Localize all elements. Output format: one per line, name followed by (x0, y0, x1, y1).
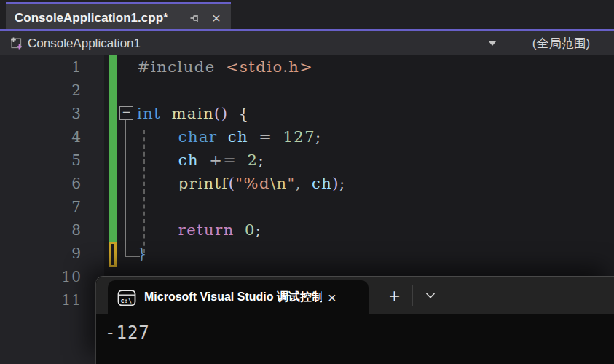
line-number[interactable]: 6 (0, 175, 82, 192)
code-line-row[interactable]: 1#include <stdio.h> (0, 55, 614, 79)
chevron-down-icon[interactable] (489, 41, 496, 46)
terminal-output[interactable]: -127 (96, 314, 614, 343)
indent-guide-line (143, 130, 145, 253)
project-scope-dropdown[interactable]: ConsoleApplication1 (28, 36, 141, 51)
change-tracking-bar-green (109, 102, 117, 125)
debug-console-window[interactable]: c:\ Microsoft Visual Studio 调试控制台 × + -1… (95, 276, 614, 364)
code-line-row[interactable]: 2 (0, 79, 614, 102)
close-icon[interactable]: × (323, 290, 341, 306)
document-tab-bar: ConsoleApplication1.cpp* × (0, 0, 614, 31)
code-line-row[interactable]: 3int main() { (0, 102, 614, 125)
close-icon[interactable]: × (210, 12, 222, 24)
fold-extent-line (125, 120, 140, 257)
change-tracking-bar-green (109, 125, 117, 149)
change-tracking-bar-green (109, 218, 117, 242)
line-number[interactable]: 10 (0, 268, 82, 285)
document-tab-title: ConsoleApplication1.cpp* (15, 11, 180, 25)
code-line-row[interactable]: 7 (0, 195, 614, 218)
change-tracking-bar-green (109, 149, 117, 172)
scope-dropdown[interactable]: (全局范围) (508, 35, 614, 52)
line-number[interactable]: 9 (0, 245, 82, 262)
line-number[interactable]: 7 (0, 198, 82, 215)
editor-navigation-bar: ConsoleApplication1 (全局范围) (0, 31, 614, 55)
terminal-tab-title: Microsoft Visual Studio 调试控制台 (144, 290, 322, 305)
fold-collapse-icon[interactable]: − (119, 106, 133, 120)
code-line-row[interactable]: 5 ch += 2; (0, 149, 614, 172)
terminal-titlebar-divider (412, 285, 413, 306)
command-prompt-icon: c:\ (117, 288, 136, 307)
terminal-tab-active[interactable]: c:\ Microsoft Visual Studio 调试控制台 × (108, 280, 369, 314)
line-number[interactable]: 11 (0, 291, 82, 309)
terminal-titlebar[interactable]: c:\ Microsoft Visual Studio 调试控制台 × + (96, 277, 614, 314)
change-tracking-bar-green (109, 172, 117, 195)
code-line-row[interactable]: 8 return 0; (0, 218, 614, 242)
cpp-project-icon (9, 36, 23, 50)
code-line-text: int main() { (82, 105, 250, 122)
code-line-row[interactable]: 4 char ch = 127; (0, 125, 614, 149)
code-line-row[interactable]: 6 printf("%d\n", ch); (0, 172, 614, 195)
code-lines-container: 1#include <stdio.h>23int main() {4 char … (0, 55, 614, 312)
line-number[interactable]: 1 (0, 58, 82, 76)
svg-text:c:\: c:\ (121, 296, 132, 304)
change-tracking-bar-green (109, 55, 117, 79)
code-line-row[interactable]: 9} (0, 242, 614, 265)
line-number[interactable]: 4 (0, 128, 82, 146)
change-tracking-bar-green (109, 79, 117, 102)
code-line-text: char ch = 127; (82, 128, 322, 146)
line-number[interactable]: 8 (0, 221, 82, 239)
code-line-text: printf("%d\n", ch); (82, 175, 346, 192)
line-number[interactable]: 5 (0, 151, 82, 169)
new-tab-button[interactable]: + (382, 286, 407, 305)
document-tab-active[interactable]: ConsoleApplication1.cpp* × (6, 2, 231, 31)
chevron-down-icon[interactable] (420, 288, 441, 304)
line-number[interactable]: 3 (0, 105, 82, 122)
line-number[interactable]: 2 (0, 82, 82, 99)
pin-icon[interactable] (189, 12, 201, 24)
change-tracking-bar-gold (109, 242, 117, 267)
change-tracking-bar-green (109, 195, 117, 218)
